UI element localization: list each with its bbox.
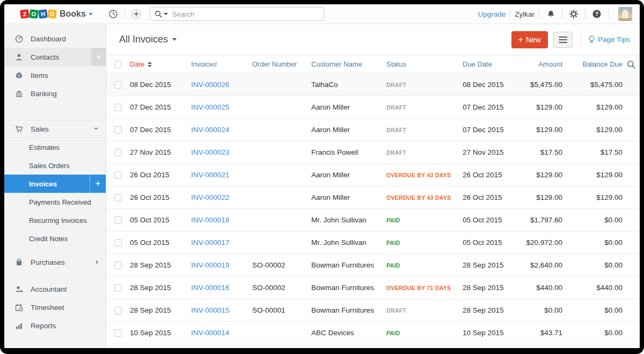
invoice-amount: $129.00 (513, 126, 562, 134)
column-header-date[interactable]: Date (130, 60, 188, 68)
sidebar-item-invoices[interactable]: Invoices + (4, 175, 106, 193)
new-invoice-button[interactable]: + New (511, 31, 548, 48)
search-scope-caret-icon[interactable] (164, 13, 168, 15)
column-header-customer-name[interactable]: Customer Name (308, 60, 383, 68)
status-label: DRAFT (383, 104, 459, 111)
sidebar-item-contacts[interactable]: Contacts + (4, 48, 106, 66)
org-switch-caret-icon[interactable] (89, 13, 93, 16)
collapse-sales-caret-icon[interactable] (94, 128, 98, 130)
invoice-number-link[interactable]: INV-000022 (191, 193, 229, 201)
status-label: OVERDUE BY 71 DAYS (383, 285, 459, 291)
recent-history-icon[interactable] (106, 7, 120, 21)
global-search[interactable] (150, 7, 324, 21)
sidebar-item-payments-received[interactable]: Payments Received (4, 193, 106, 211)
due-date: 10 Sep 2015 (459, 329, 513, 337)
sidebar-label: Recurring Invoices (29, 216, 87, 225)
sidebar-label: Invoices (29, 180, 57, 188)
select-all-checkbox[interactable] (114, 61, 122, 68)
row-checkbox[interactable] (114, 216, 122, 224)
balance-due: $129.00 (562, 193, 623, 201)
invoice-number-link[interactable]: INV-000019 (191, 261, 229, 269)
org-name[interactable]: Zylkar (515, 10, 535, 18)
sidebar-item-reports[interactable]: Reports (4, 316, 106, 335)
zoho-books-logo[interactable]: Z O H O Books (4, 9, 106, 19)
table-row[interactable]: 26 Oct 2015 INV-000021 Aaron Miller OVER… (106, 164, 640, 186)
column-header-status[interactable]: Status (383, 60, 459, 68)
invoice-number-link[interactable]: INV-000016 (191, 284, 229, 292)
table-row[interactable]: 28 Sep 2015 INV-000016 SO-00002 Bowman F… (106, 277, 640, 299)
user-avatar[interactable] (618, 7, 632, 21)
invoice-number-link[interactable]: INV-000021 (191, 171, 229, 179)
table-row[interactable]: 28 Sep 2015 INV-000019 SO-00002 Bowman F… (106, 254, 640, 277)
add-invoice-button[interactable]: + (90, 175, 106, 193)
invoice-view-selector[interactable]: All Invoices (119, 34, 177, 45)
sidebar-item-credit-notes[interactable]: Credit Notes (4, 229, 106, 248)
quick-create-icon[interactable] (129, 7, 143, 21)
search-input[interactable] (172, 10, 296, 18)
column-header-balance-due[interactable]: Balance Due (562, 60, 623, 68)
invoice-number-link[interactable]: INV-000018 (191, 216, 229, 224)
table-row[interactable]: 05 Oct 2015 INV-000017 Mr. John Sullivan… (106, 232, 640, 254)
invoice-date: 05 Oct 2015 (130, 216, 188, 224)
customer-name: TalhaCo (308, 81, 383, 89)
customer-name: Bowman Furnitures (308, 261, 383, 269)
table-row[interactable]: 08 Dec 2015 INV-000026 TalhaCo DRAFT 08 … (106, 74, 640, 96)
help-icon[interactable]: ? (590, 7, 604, 21)
table-row[interactable]: 26 Oct 2015 INV-000022 Aaron Miller OVER… (106, 186, 640, 209)
invoice-number-link[interactable]: INV-000025 (191, 103, 229, 111)
row-checkbox[interactable] (114, 307, 122, 314)
table-search-icon[interactable] (623, 60, 640, 69)
sidebar-item-sales-orders[interactable]: Sales Orders (4, 156, 106, 175)
expand-purchases-caret-icon[interactable] (96, 260, 98, 264)
table-row[interactable]: 05 Oct 2015 INV-000018 Mr. John Sullivan… (106, 209, 640, 232)
page-tips-link[interactable]: Page Tips (588, 35, 630, 44)
sidebar-item-accountant[interactable]: Accountant (4, 280, 106, 298)
invoice-number-link[interactable]: INV-000017 (191, 239, 229, 247)
invoice-date: 08 Dec 2015 (130, 81, 188, 89)
table-row[interactable]: 10 Sep 2015 INV-000014 ABC Devices PAID … (106, 322, 640, 344)
table-row[interactable]: 28 Sep 2015 INV-000015 SO-00001 Bowman F… (106, 299, 640, 322)
balance-due: $0.00 (562, 239, 623, 247)
row-checkbox[interactable] (114, 171, 122, 179)
row-checkbox[interactable] (114, 126, 122, 134)
invoice-number-link[interactable]: INV-000015 (191, 306, 229, 314)
table-row[interactable]: 07 Dec 2015 INV-000024 Aaron Miller DRAF… (106, 119, 640, 141)
customer-name: Aaron Miller (308, 193, 383, 201)
list-options-menu-button[interactable] (553, 32, 573, 48)
sidebar-item-banking[interactable]: Banking (4, 84, 106, 103)
invoice-number-link[interactable]: INV-000014 (191, 329, 229, 337)
invoice-number-link[interactable]: INV-000024 (191, 126, 229, 134)
sidebar-item-dashboard[interactable]: Dashboard (4, 30, 106, 48)
row-checkbox[interactable] (114, 329, 122, 337)
invoice-number-link[interactable]: INV-000023 (191, 148, 229, 156)
customer-name: Mr. John Sullivan (308, 216, 383, 224)
row-checkbox[interactable] (114, 149, 122, 156)
invoice-date: 05 Oct 2015 (130, 239, 188, 247)
row-checkbox[interactable] (114, 239, 122, 247)
invoice-number-link[interactable]: INV-000026 (191, 81, 229, 89)
sidebar-item-timesheet[interactable]: Timesheet (4, 298, 106, 316)
row-checkbox[interactable] (114, 81, 122, 89)
sidebar-item-estimates[interactable]: Estimates (4, 138, 106, 156)
column-header-amount[interactable]: Amount (513, 60, 562, 68)
balance-due: $0.00 (562, 261, 623, 269)
sidebar-item-items[interactable]: Items (4, 66, 106, 84)
row-checkbox[interactable] (114, 194, 122, 201)
row-checkbox[interactable] (114, 262, 122, 269)
notifications-bell-icon[interactable] (544, 7, 558, 21)
settings-gear-icon[interactable] (567, 7, 581, 21)
column-header-invoice[interactable]: Invoice# (188, 60, 249, 68)
sidebar-item-purchases[interactable]: Purchases (4, 253, 106, 271)
table-row[interactable]: 27 Nov 2015 INV-000023 Francis Powell DR… (106, 141, 640, 164)
column-header-due-date[interactable]: Due Date (459, 60, 513, 68)
table-row[interactable]: 07 Dec 2015 INV-000025 Aaron Miller DRAF… (106, 96, 640, 119)
page-title: All Invoices (119, 34, 168, 45)
sidebar-item-recurring-invoices[interactable]: Recurring Invoices (4, 211, 106, 229)
row-checkbox[interactable] (114, 284, 122, 292)
upgrade-link[interactable]: Upgrade (478, 10, 506, 18)
sidebar-item-sales[interactable]: Sales (4, 120, 106, 138)
invoice-date: 26 Oct 2015 (130, 193, 188, 201)
add-contact-button[interactable]: + (91, 48, 106, 66)
column-header-order-number[interactable]: Order Number (249, 60, 308, 68)
row-checkbox[interactable] (114, 104, 122, 111)
